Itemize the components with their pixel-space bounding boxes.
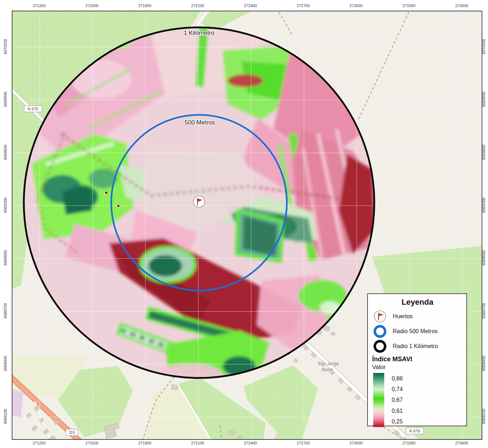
- msavi-gradient-bar: [373, 373, 384, 427]
- label-500m: 500 Metros: [184, 119, 215, 126]
- grid-coordinate-label: 271500: [85, 4, 98, 8]
- scale-value: 0,61: [392, 408, 403, 414]
- legend-value-label: Valor: [372, 364, 463, 371]
- grid-coordinate-label: 6070200: [3, 39, 7, 54]
- grid-coordinate-label: 273600: [455, 441, 468, 445]
- legend-panel: Leyenda Huertos Radio 500 Metros Radio 1…: [367, 293, 467, 426]
- svg-text:K-575: K-575: [28, 107, 38, 111]
- grid-coordinate-label: 272700: [297, 441, 310, 445]
- grid-coordinate-label: 273300: [402, 4, 415, 8]
- legend-item-label: Huertos: [393, 313, 413, 320]
- scale-value: 0,25: [392, 418, 403, 425]
- legend-item-label: Radio 500 Metros: [393, 328, 438, 335]
- legend-index-title: Índice MSAVI: [372, 356, 463, 363]
- legend-item-label: Radio 1 Kilómetro: [393, 343, 438, 350]
- grid-coordinate-label: 272400: [244, 441, 257, 445]
- grid-coordinate-label: 6069600: [3, 144, 7, 160]
- grid-coordinate-label: 272700: [297, 4, 310, 8]
- grid-coordinate-label: 6068100: [3, 409, 7, 424]
- grid-coordinate-label: 271200: [33, 4, 46, 8]
- svg-text:115: 115: [69, 430, 75, 434]
- grid-coordinate-label: 271500: [85, 441, 98, 445]
- grid-coordinate-label: 271800: [138, 441, 151, 445]
- grid-coordinate-label: 6068700: [3, 303, 7, 318]
- grid-coordinate-label: 273000: [349, 441, 363, 445]
- grid-coordinate-label: 272400: [244, 4, 257, 8]
- scale-value: 0,67: [392, 397, 403, 403]
- grid-coordinate-label: 6069000: [3, 250, 7, 266]
- road-shield-k575-topleft: K-575: [24, 106, 42, 112]
- point-marker-icon: [105, 191, 108, 194]
- label-1km: 1 Kilómetro: [184, 30, 214, 36]
- grid-coordinate-label: 272100: [191, 441, 204, 445]
- blue-ring-icon: [374, 325, 386, 338]
- black-ring-icon: [374, 340, 386, 353]
- grid-coordinate-label: 6069900: [3, 92, 7, 107]
- grid-coordinate-label: 6068400: [3, 356, 7, 371]
- legend-item-huertos: Huertos: [372, 310, 463, 323]
- flag-marker-icon: [374, 310, 386, 323]
- map-layout-page: 2712002715002718002721002724002727002730…: [0, 0, 488, 448]
- grid-coordinate-label: 273300: [402, 441, 415, 445]
- road-shield-115: 115: [66, 429, 78, 436]
- legend-title: Leyenda: [372, 298, 463, 307]
- grid-coordinate-label: 272100: [191, 4, 204, 8]
- huertos-flag-marker-icon: [193, 196, 205, 207]
- legend-item-radio-1km: Radio 1 Kilómetro: [372, 340, 463, 353]
- scale-value: 0,74: [392, 386, 403, 393]
- scale-value: 0,86: [392, 375, 403, 382]
- grid-coordinate-label: 271800: [138, 4, 151, 8]
- grid-coordinate-label: 271200: [33, 441, 46, 445]
- msavi-color-scale: 0,86 0,74 0,67 0,61 0,25: [372, 373, 463, 432]
- place-label-norte: Norte: [322, 367, 333, 372]
- legend-item-radio-500: Radio 500 Metros: [372, 325, 463, 338]
- grid-coordinate-label: 273000: [349, 4, 363, 8]
- grid-coordinate-label: 273600: [455, 4, 468, 8]
- grid-coordinate-label: 6069300: [3, 197, 7, 213]
- place-label-san-jorge: San Jorge: [318, 361, 339, 366]
